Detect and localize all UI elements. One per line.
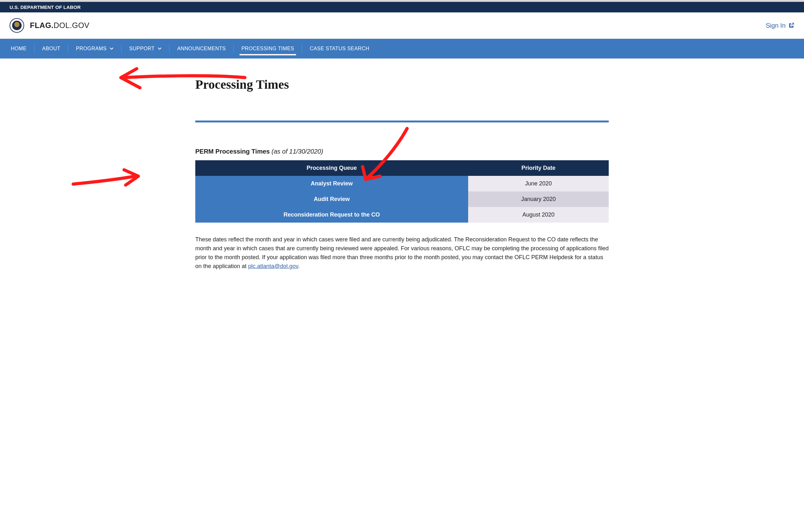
nav-about[interactable]: ABOUT [35,39,68,58]
nav-programs[interactable]: PROGRAMS [69,39,121,58]
explanatory-note: These dates reflect the month and year i… [195,235,609,271]
sign-in-link[interactable]: Sign In [766,22,795,29]
col-priority-date: Priority Date [468,160,609,176]
table-row: Reconsideration Request to the CO August… [195,207,609,223]
table-row: Audit Review January 2020 [195,191,609,207]
table-row: Analyst Review June 2020 [195,176,609,191]
nav-processing-times[interactable]: PROCESSING TIMES [234,39,302,58]
cell-queue: Analyst Review [195,176,468,191]
perm-section-asof: (as of 11/30/2020) [272,148,323,155]
note-tail: . [298,263,300,269]
section-rule [195,120,609,122]
cell-date: January 2020 [468,191,609,207]
brand-rest: DOL.GOV [54,21,90,30]
page-content: Processing Times PERM Processing Times (… [189,58,615,302]
chevron-down-icon [158,47,161,51]
cell-queue: Reconsideration Request to the CO [195,207,468,223]
annotation-arrow-analyst-review [70,167,143,189]
perm-section-label: PERM Processing Times [195,148,272,155]
nav-home[interactable]: HOME [3,39,34,58]
external-link-icon [788,22,795,28]
cell-date: August 2020 [468,207,609,223]
brand-flag: FLAG. [30,21,54,30]
nav-support[interactable]: SUPPORT [121,39,169,58]
perm-processing-table: Processing Queue Priority Date Analyst R… [195,160,609,223]
perm-section-title: PERM Processing Times (as of 11/30/2020) [195,148,609,155]
nav-case-status-search[interactable]: CASE STATUS SEARCH [302,39,377,58]
brand-text: FLAG.DOL.GOV [30,21,89,30]
page-title: Processing Times [195,77,609,92]
dol-seal-icon [9,18,24,33]
helpdesk-email-link[interactable]: plc.atlanta@dol.gov [248,263,298,269]
gov-banner: U.S. DEPARTMENT OF LABOR [0,2,804,13]
col-processing-queue: Processing Queue [195,160,468,176]
primary-nav: HOME ABOUT PROGRAMS SUPPORT ANNOUNCEMENT… [0,39,804,58]
nav-announcements[interactable]: ANNOUNCEMENTS [170,39,233,58]
site-header: FLAG.DOL.GOV Sign In [0,13,804,39]
gov-banner-text: U.S. DEPARTMENT OF LABOR [9,4,81,10]
chevron-down-icon [110,47,114,51]
brand[interactable]: FLAG.DOL.GOV [9,18,89,33]
cell-queue: Audit Review [195,191,468,207]
cell-date: June 2020 [468,176,609,191]
sign-in-label: Sign In [766,22,786,29]
